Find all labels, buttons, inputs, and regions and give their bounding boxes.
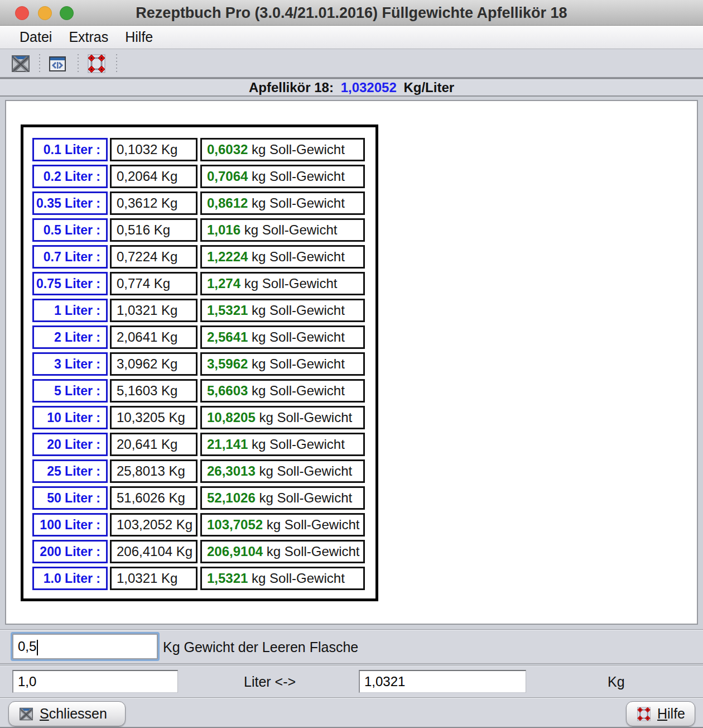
bottle-weight-value: 0,5 — [18, 639, 36, 654]
soll-weight: 1,016 kg Soll-Gewicht — [200, 218, 365, 242]
table-row: 1 Liter : 1,0321 Kg 1,5321 kg Soll-Gewic… — [32, 299, 375, 322]
table-row: 50 Liter : 51,6026 Kg 52,1026 kg Soll-Ge… — [32, 486, 375, 510]
kg-value: 1,0321 Kg — [110, 299, 198, 322]
menu-extras[interactable]: Extras — [69, 29, 108, 45]
recipe-name-label: Apfellikör 18: — [249, 80, 334, 95]
table-row: 0.35 Liter : 0,3612 Kg 0,8612 kg Soll-Ge… — [32, 191, 375, 215]
bottle-weight-input[interactable]: 0,5 — [12, 634, 158, 659]
window-convert-icon — [46, 52, 69, 75]
soll-weight: 0,8612 kg Soll-Gewicht — [200, 191, 365, 215]
liter-label[interactable]: 0.75 Liter : — [32, 272, 108, 295]
soll-weight: 1,274 kg Soll-Gewicht — [200, 272, 365, 295]
minimize-traffic-light-button[interactable] — [38, 6, 52, 20]
soll-weight: 5,6603 kg Soll-Gewicht — [200, 379, 365, 403]
toolbar — [0, 49, 703, 78]
kg-value: 3,0962 Kg — [110, 352, 198, 376]
kg-value: 1,0321 Kg — [110, 567, 198, 590]
kg-value: 25,8013 Kg — [110, 459, 198, 483]
toolbar-separator — [78, 54, 79, 73]
kg-value: 51,6026 Kg — [110, 486, 198, 510]
kg-value: 0,2064 Kg — [110, 165, 198, 188]
bottle-weight-row: 0,5 Kg Gewicht der Leeren Flasche — [0, 629, 703, 664]
kg-value: 0,774 Kg — [110, 272, 198, 295]
liter-input[interactable] — [12, 670, 178, 693]
liter-label[interactable]: 200 Liter : — [32, 540, 108, 563]
zoom-traffic-light-button[interactable] — [60, 6, 74, 20]
soll-weight: 103,7052 kg Soll-Gewicht — [200, 513, 365, 537]
liter-label[interactable]: 0.1 Liter : — [32, 138, 108, 161]
fill-weight-table: 0.1 Liter : 0,1032 Kg 0,6032 kg Soll-Gew… — [21, 124, 378, 601]
soll-weight: 26,3013 kg Soll-Gewicht — [200, 459, 365, 483]
soll-weight: 206,9104 kg Soll-Gewicht — [200, 540, 365, 563]
kg-value: 103,2052 Kg — [110, 513, 198, 537]
help-toolbar-button[interactable] — [85, 52, 108, 75]
kg-value: 10,3205 Kg — [110, 406, 198, 429]
table-row: 0.5 Liter : 0,516 Kg 1,016 kg Soll-Gewic… — [32, 218, 375, 242]
close-window-toolbar-button[interactable] — [9, 52, 32, 75]
density-header: Apfellikör 18: 1,032052 Kg/Liter — [0, 78, 703, 97]
schliessen-button[interactable]: Schliessen — [8, 701, 126, 726]
kg-input[interactable] — [359, 670, 526, 693]
liter-label[interactable]: 0.35 Liter : — [32, 191, 108, 215]
menu-datei[interactable]: Datei — [20, 29, 52, 45]
button-bar: Schliessen Hilfe — [0, 697, 703, 728]
table-row: 0.2 Liter : 0,2064 Kg 0,7064 kg Soll-Gew… — [32, 165, 375, 188]
table-row: 10 Liter : 10,3205 Kg 10,8205 kg Soll-Ge… — [32, 406, 375, 429]
table-row: 5 Liter : 5,1603 Kg 5,6603 kg Soll-Gewic… — [32, 379, 375, 403]
liter-label[interactable]: 25 Liter : — [32, 459, 108, 483]
liter-label[interactable]: 0.2 Liter : — [32, 165, 108, 188]
liter-label[interactable]: 2 Liter : — [32, 325, 108, 349]
soll-weight: 10,8205 kg Soll-Gewicht — [200, 406, 365, 429]
window-close-icon — [18, 706, 35, 722]
convert-window-toolbar-button[interactable] — [46, 52, 69, 75]
text-caret — [37, 640, 38, 655]
table-row: 3 Liter : 3,0962 Kg 3,5962 kg Soll-Gewic… — [32, 352, 375, 376]
liter-label[interactable]: 0.7 Liter : — [32, 245, 108, 269]
liter-label[interactable]: 50 Liter : — [32, 486, 108, 510]
table-row: 20 Liter : 20,641 Kg 21,141 kg Soll-Gewi… — [32, 433, 375, 456]
menu-hilfe[interactable]: Hilfe — [125, 29, 153, 45]
liter-label[interactable]: 3 Liter : — [32, 352, 108, 376]
bottle-weight-label: Kg Gewicht der Leeren Flasche — [163, 630, 358, 664]
soll-weight: 1,2224 kg Soll-Gewicht — [200, 245, 365, 269]
main-panel: 0.1 Liter : 0,1032 Kg 0,6032 kg Soll-Gew… — [5, 100, 698, 625]
schliessen-button-label: Schliessen — [40, 706, 107, 722]
soll-weight: 0,6032 kg Soll-Gewicht — [200, 138, 365, 161]
soll-weight: 2,5641 kg Soll-Gewicht — [200, 325, 365, 349]
window-title: Rezeptbuch Pro (3.0.4/21.01.2016) Füllge… — [0, 0, 703, 26]
soll-weight: 52,1026 kg Soll-Gewicht — [200, 486, 365, 510]
app-window: Rezeptbuch Pro (3.0.4/21.01.2016) Füllge… — [0, 0, 703, 728]
soll-weight: 21,141 kg Soll-Gewicht — [200, 433, 365, 456]
table-row: 1.0 Liter : 1,0321 Kg 1,5321 kg Soll-Gew… — [32, 567, 375, 590]
table-row: 200 Liter : 206,4104 Kg 206,9104 kg Soll… — [32, 540, 375, 563]
liter-label[interactable]: 1.0 Liter : — [32, 567, 108, 590]
liter-label[interactable]: 1 Liter : — [32, 299, 108, 322]
menubar: Datei Extras Hilfe — [0, 26, 703, 49]
kg-value: 5,1603 Kg — [110, 379, 198, 403]
close-traffic-light-button[interactable] — [15, 6, 29, 20]
kg-value: 206,4104 Kg — [110, 540, 198, 563]
density-unit-label: Kg/Liter — [403, 80, 454, 95]
window-help-icon — [635, 706, 652, 722]
table-row: 0.1 Liter : 0,1032 Kg 0,6032 kg Soll-Gew… — [32, 138, 375, 161]
table-row: 100 Liter : 103,2052 Kg 103,7052 kg Soll… — [32, 513, 375, 537]
table-row: 25 Liter : 25,8013 Kg 26,3013 kg Soll-Ge… — [32, 459, 375, 483]
liter-label[interactable]: 10 Liter : — [32, 406, 108, 429]
toolbar-separator — [116, 54, 117, 73]
window-close-icon — [9, 52, 32, 75]
converter-row: Liter <-> Kg — [0, 665, 703, 697]
soll-weight: 1,5321 kg Soll-Gewicht — [200, 299, 365, 322]
table-row: 0.7 Liter : 0,7224 Kg 1,2224 kg Soll-Gew… — [32, 245, 375, 269]
hilfe-button-label: Hilfe — [657, 706, 685, 722]
soll-weight: 1,5321 kg Soll-Gewicht — [200, 567, 365, 590]
liter-label[interactable]: 100 Liter : — [32, 513, 108, 537]
soll-weight: 3,5962 kg Soll-Gewicht — [200, 352, 365, 376]
liter-label[interactable]: 0.5 Liter : — [32, 218, 108, 242]
titlebar: Rezeptbuch Pro (3.0.4/21.01.2016) Füllge… — [0, 0, 703, 26]
hilfe-button[interactable]: Hilfe — [626, 701, 695, 726]
kg-unit-label: Kg — [608, 665, 625, 698]
table-row: 2 Liter : 2,0641 Kg 2,5641 kg Soll-Gewic… — [32, 325, 375, 349]
toolbar-separator — [39, 54, 40, 73]
liter-label[interactable]: 5 Liter : — [32, 379, 108, 403]
liter-label[interactable]: 20 Liter : — [32, 433, 108, 456]
